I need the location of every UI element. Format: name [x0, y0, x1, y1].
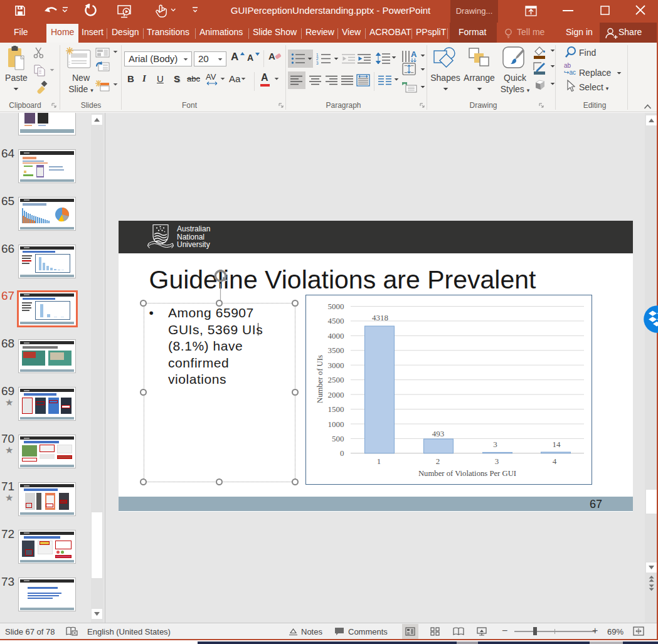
svg-text:A: A [411, 50, 417, 59]
svg-text:3: 3 [316, 61, 319, 65]
